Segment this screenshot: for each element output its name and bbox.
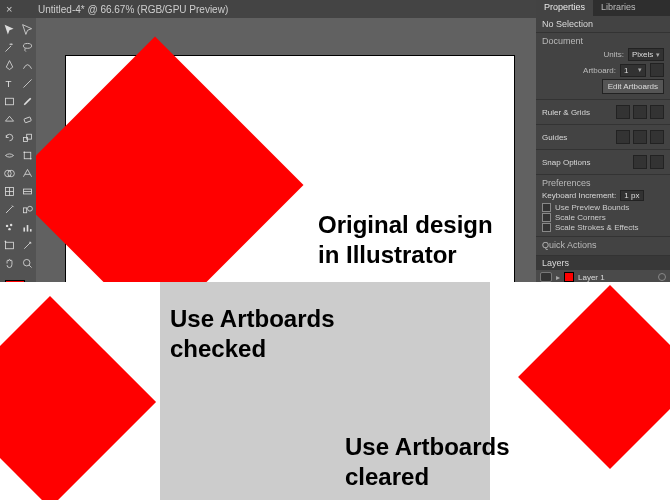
edit-artboards-button[interactable]: Edit Artboards — [602, 79, 664, 94]
svg-line-2 — [23, 79, 31, 87]
shape-builder-tool-icon[interactable] — [1, 165, 17, 181]
svg-line-29 — [29, 265, 31, 267]
snap-options-label: Snap Options — [542, 158, 590, 167]
svg-rect-4 — [23, 116, 30, 122]
gradient-tool-icon[interactable] — [19, 183, 35, 199]
ruler-toggle-icon[interactable] — [616, 105, 630, 119]
svg-rect-17 — [23, 207, 26, 212]
svg-rect-3 — [5, 98, 13, 105]
scale-tool-icon[interactable] — [19, 129, 35, 145]
comparison-area: Use Artboards checked Use Artboards clea… — [0, 282, 670, 500]
kb-increment-input[interactable]: 1 px — [620, 190, 644, 201]
red-diamond-full — [518, 285, 670, 469]
preferences-title: Preferences — [542, 178, 664, 188]
mesh-tool-icon[interactable] — [1, 183, 17, 199]
grid-toggle-icon[interactable] — [633, 105, 647, 119]
scale-corners-checkbox[interactable]: Scale Corners — [542, 213, 664, 222]
no-selection-label: No Selection — [542, 19, 664, 29]
use-preview-bounds-checkbox[interactable]: Use Preview Bounds — [542, 203, 664, 212]
pen-tool-icon[interactable] — [1, 57, 17, 73]
layers-panel-header[interactable]: Layers — [536, 256, 670, 270]
guides-options-icon[interactable] — [650, 130, 664, 144]
shaper-tool-icon[interactable] — [1, 111, 17, 127]
canvas[interactable]: Original design in Illustrator — [36, 18, 536, 282]
lasso-tool-icon[interactable] — [19, 39, 35, 55]
visibility-toggle-icon[interactable] — [540, 272, 552, 282]
kb-increment-label: Keyboard Increment: — [542, 191, 616, 200]
slice-tool-icon[interactable] — [19, 237, 35, 253]
curvature-tool-icon[interactable] — [19, 57, 35, 73]
line-tool-icon[interactable] — [19, 75, 35, 91]
illustrator-window: × Untitled-4* @ 66.67% (RGB/GPU Preview)… — [0, 0, 670, 282]
eraser-tool-icon[interactable] — [19, 111, 35, 127]
canvas-annotation: Original design in Illustrator — [318, 210, 493, 270]
artboard-tool-icon[interactable] — [1, 237, 17, 253]
rectangle-tool-icon[interactable] — [1, 93, 17, 109]
guides-label: Guides — [542, 133, 567, 142]
document-section-title: Document — [542, 36, 664, 46]
scale-strokes-checkbox[interactable]: Scale Strokes & Effects — [542, 223, 664, 232]
document-title: Untitled-4* @ 66.67% (RGB/GPU Preview) — [38, 4, 228, 15]
artboards-checked-example: Use Artboards checked — [0, 282, 360, 500]
svg-point-8 — [23, 151, 25, 153]
tab-properties[interactable]: Properties — [536, 0, 593, 16]
artboard-nav-icon[interactable] — [650, 63, 664, 77]
svg-rect-22 — [23, 227, 25, 231]
rotate-tool-icon[interactable] — [1, 129, 17, 145]
svg-rect-24 — [29, 229, 31, 231]
artboard-dropdown[interactable]: 1▾ — [620, 64, 646, 77]
guides-show-icon[interactable] — [616, 130, 630, 144]
checked-annotation: Use Artboards checked — [170, 304, 334, 364]
brush-tool-icon[interactable] — [19, 93, 35, 109]
svg-point-18 — [27, 206, 32, 211]
layer-color-swatch — [564, 272, 574, 282]
quick-actions-title: Quick Actions — [542, 240, 664, 250]
ruler-grids-label: Ruler & Grids — [542, 108, 590, 117]
chevron-down-icon: ▾ — [656, 51, 660, 59]
snap-point-icon[interactable] — [650, 155, 664, 169]
tab-libraries[interactable]: Libraries — [593, 0, 644, 16]
svg-text:T: T — [5, 77, 11, 88]
snap-pixel-icon[interactable] — [633, 155, 647, 169]
blend-tool-icon[interactable] — [19, 201, 35, 217]
svg-point-0 — [23, 43, 31, 48]
units-label: Units: — [604, 50, 624, 59]
svg-rect-7 — [24, 152, 31, 159]
expand-arrow-icon[interactable]: ▸ — [556, 273, 560, 282]
width-tool-icon[interactable] — [1, 147, 17, 163]
svg-point-9 — [29, 157, 31, 159]
artboard-label: Artboard: — [583, 66, 616, 75]
guides-lock-icon[interactable] — [633, 130, 647, 144]
toolbox: T — [0, 18, 36, 282]
graph-tool-icon[interactable] — [19, 219, 35, 235]
wand-tool-icon[interactable] — [1, 39, 17, 55]
svg-point-19 — [5, 224, 7, 226]
free-transform-tool-icon[interactable] — [19, 147, 35, 163]
zoom-tool-icon[interactable] — [19, 255, 35, 271]
chevron-down-icon: ▾ — [638, 66, 642, 74]
svg-point-21 — [8, 227, 10, 229]
svg-point-28 — [23, 259, 30, 266]
eyedropper-tool-icon[interactable] — [1, 201, 17, 217]
units-dropdown[interactable]: Pixels▾ — [628, 48, 664, 61]
direct-select-tool-icon[interactable] — [19, 21, 35, 37]
cleared-annotation: Use Artboards cleared — [345, 432, 509, 492]
type-tool-icon[interactable]: T — [1, 75, 17, 91]
selection-tool-icon[interactable] — [1, 21, 17, 37]
hand-tool-icon[interactable] — [1, 255, 17, 271]
layer-target-icon[interactable] — [658, 273, 666, 281]
perspective-tool-icon[interactable] — [19, 165, 35, 181]
properties-panel: Properties Libraries No Selection Docume… — [536, 0, 670, 282]
close-icon[interactable]: × — [6, 4, 16, 14]
transparency-grid-icon[interactable] — [650, 105, 664, 119]
symbol-tool-icon[interactable] — [1, 219, 17, 235]
artboards-cleared-example — [490, 282, 670, 500]
svg-point-20 — [9, 223, 11, 225]
layer-name: Layer 1 — [578, 273, 605, 282]
svg-rect-23 — [26, 225, 28, 232]
svg-rect-25 — [5, 242, 13, 249]
